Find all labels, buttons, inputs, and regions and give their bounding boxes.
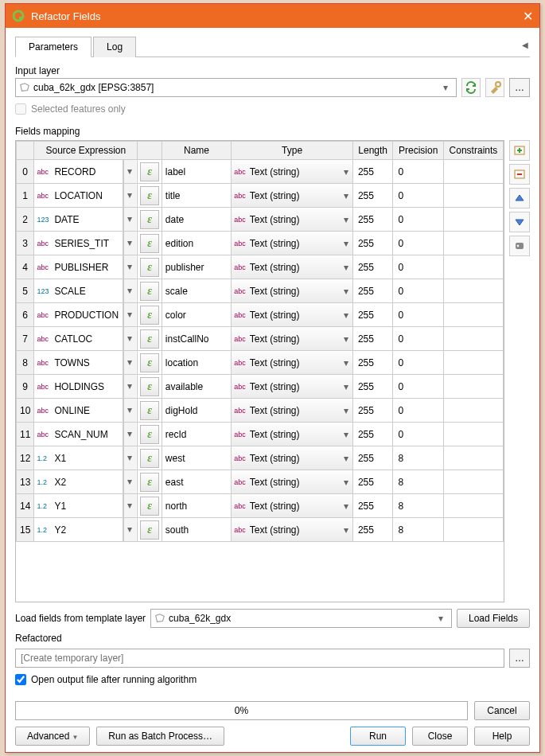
precision-cell[interactable]: 0 — [393, 279, 443, 303]
source-expression-cell[interactable]: abcPUBLISHER — [34, 255, 123, 279]
precision-cell[interactable]: 8 — [393, 494, 443, 518]
move-down-button[interactable] — [509, 212, 530, 232]
precision-cell[interactable]: 8 — [393, 470, 443, 494]
source-expression-cell[interactable]: 1.2Y1 — [34, 494, 123, 517]
help-button[interactable]: Help — [474, 727, 530, 746]
reset-button[interactable] — [509, 236, 530, 256]
field-name-input[interactable] — [162, 184, 232, 207]
field-type-combo[interactable]: abcText (string)▾ — [232, 351, 352, 374]
field-type-combo[interactable]: abcText (string)▾ — [232, 303, 352, 326]
field-type-combo[interactable]: abcText (string)▾ — [232, 279, 352, 302]
length-cell[interactable]: 255 — [352, 494, 393, 518]
browse-output-button[interactable]: … — [509, 649, 530, 668]
length-cell[interactable]: 255 — [352, 303, 393, 327]
chevron-down-icon[interactable]: ▾ — [123, 160, 136, 183]
expression-builder-button[interactable]: ε — [140, 306, 159, 325]
source-expression-cell[interactable]: abcONLINE — [34, 399, 123, 422]
table-row[interactable]: 1 abcLOCATION ▾ ε abcText (string)▾ 255 … — [17, 184, 504, 208]
constraints-cell[interactable] — [443, 279, 503, 303]
field-name-input[interactable] — [162, 232, 232, 255]
constraints-cell[interactable] — [443, 375, 503, 399]
open-output-checkbox[interactable] — [15, 674, 26, 685]
field-name-input[interactable] — [162, 518, 232, 541]
expression-builder-button[interactable]: ε — [140, 329, 159, 349]
field-type-combo[interactable]: abcText (string)▾ — [232, 470, 352, 493]
expression-builder-button[interactable]: ε — [140, 186, 159, 205]
table-row[interactable]: 8 abcTOWNS ▾ ε abcText (string)▾ 255 0 — [17, 351, 504, 375]
close-icon[interactable]: ✕ — [523, 9, 533, 24]
table-row[interactable]: 11 abcSCAN_NUM ▾ ε abcText (string)▾ 255… — [17, 423, 504, 446]
precision-cell[interactable]: 0 — [393, 232, 443, 255]
source-expression-cell[interactable]: 123DATE — [34, 208, 123, 231]
source-expression-cell[interactable]: abcHOLDINGS — [34, 375, 123, 398]
tab-parameters[interactable]: Parameters — [15, 37, 91, 57]
table-row[interactable]: 10 abcONLINE ▾ ε abcText (string)▾ 255 0 — [17, 399, 504, 423]
output-layer-input[interactable] — [15, 649, 504, 668]
length-cell[interactable]: 255 — [352, 160, 393, 184]
iterate-button[interactable] — [461, 78, 481, 97]
expression-builder-button[interactable]: ε — [140, 449, 159, 468]
field-name-input[interactable] — [162, 399, 232, 422]
length-cell[interactable]: 255 — [352, 279, 393, 303]
table-row[interactable]: 14 1.2Y1 ▾ ε abcText (string)▾ 255 8 — [17, 494, 504, 518]
constraints-cell[interactable] — [443, 423, 503, 446]
chevron-down-icon[interactable]: ▾ — [123, 494, 136, 517]
field-type-combo[interactable]: abcText (string)▾ — [232, 423, 352, 446]
table-row[interactable]: 5 123SCALE ▾ ε abcText (string)▾ 255 0 — [17, 279, 504, 303]
table-row[interactable]: 13 1.2X2 ▾ ε abcText (string)▾ 255 8 — [17, 470, 504, 494]
source-expression-cell[interactable]: abcTOWNS — [34, 351, 123, 374]
col-constraints[interactable]: Constraints — [443, 142, 503, 160]
source-expression-cell[interactable]: 1.2X1 — [34, 446, 123, 470]
length-cell[interactable]: 255 — [352, 518, 393, 542]
expression-builder-button[interactable]: ε — [140, 425, 159, 444]
advanced-options-button[interactable] — [485, 78, 504, 97]
field-name-input[interactable] — [162, 160, 232, 183]
precision-cell[interactable]: 0 — [393, 184, 443, 208]
source-expression-cell[interactable]: abcSCAN_NUM — [34, 423, 123, 446]
source-expression-cell[interactable]: 123SCALE — [34, 279, 123, 302]
table-row[interactable]: 4 abcPUBLISHER ▾ ε abcText (string)▾ 255… — [17, 255, 504, 279]
chevron-down-icon[interactable]: ▾ — [123, 399, 136, 422]
source-expression-cell[interactable]: abcSERIES_TIT — [34, 232, 123, 255]
constraints-cell[interactable] — [443, 351, 503, 375]
template-layer-combo[interactable]: cuba_62k_gdx ▾ — [150, 609, 452, 628]
fields-mapping-table[interactable]: Source Expression Name Type Length Preci… — [15, 140, 504, 602]
input-layer-combo[interactable]: cuba_62k_gdx [EPSG:3857] ▾ — [15, 78, 457, 97]
precision-cell[interactable]: 0 — [393, 327, 443, 351]
tab-log[interactable]: Log — [93, 37, 136, 57]
length-cell[interactable]: 255 — [352, 423, 393, 446]
table-row[interactable]: 12 1.2X1 ▾ ε abcText (string)▾ 255 8 — [17, 446, 504, 470]
field-type-combo[interactable]: abcText (string)▾ — [232, 399, 352, 422]
table-row[interactable]: 7 abcCATLOC ▾ ε abcText (string)▾ 255 0 — [17, 327, 504, 351]
source-expression-cell[interactable]: abcCATLOC — [34, 327, 123, 350]
browse-input-button[interactable]: … — [509, 78, 530, 97]
chevron-down-icon[interactable]: ▾ — [123, 208, 136, 231]
field-name-input[interactable] — [162, 279, 232, 302]
chevron-down-icon[interactable]: ▾ — [123, 279, 136, 302]
precision-cell[interactable]: 0 — [393, 423, 443, 446]
constraints-cell[interactable] — [443, 184, 503, 208]
field-name-input[interactable] — [162, 327, 232, 350]
constraints-cell[interactable] — [443, 208, 503, 232]
field-name-input[interactable] — [162, 494, 232, 517]
constraints-cell[interactable] — [443, 232, 503, 255]
precision-cell[interactable]: 8 — [393, 518, 443, 542]
constraints-cell[interactable] — [443, 303, 503, 327]
table-row[interactable]: 2 123DATE ▾ ε abcText (string)▾ 255 0 — [17, 208, 504, 232]
col-precision[interactable]: Precision — [393, 142, 443, 160]
precision-cell[interactable]: 8 — [393, 446, 443, 470]
field-type-combo[interactable]: abcText (string)▾ — [232, 184, 352, 207]
expression-builder-button[interactable]: ε — [140, 258, 159, 277]
expression-builder-button[interactable]: ε — [140, 497, 159, 516]
field-name-input[interactable] — [162, 208, 232, 231]
precision-cell[interactable]: 0 — [393, 399, 443, 423]
length-cell[interactable]: 255 — [352, 327, 393, 351]
length-cell[interactable]: 255 — [352, 208, 393, 232]
load-fields-button[interactable]: Load Fields — [457, 609, 530, 628]
table-row[interactable]: 0 abcRECORD ▾ ε abcText (string)▾ 255 0 — [17, 160, 504, 184]
chevron-down-icon[interactable]: ▾ — [123, 184, 136, 207]
expression-builder-button[interactable]: ε — [140, 234, 159, 253]
cancel-button[interactable]: Cancel — [474, 701, 530, 720]
chevron-down-icon[interactable]: ▾ — [123, 518, 136, 541]
length-cell[interactable]: 255 — [352, 232, 393, 255]
